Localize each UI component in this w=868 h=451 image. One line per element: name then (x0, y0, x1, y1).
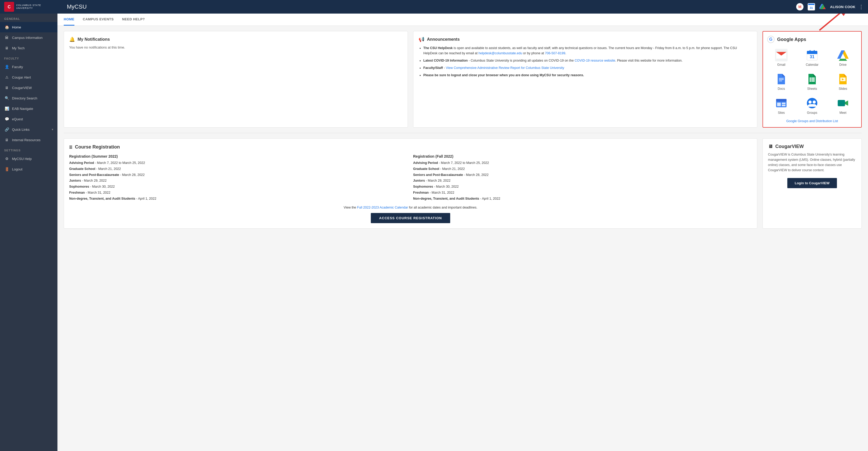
covid-resource-link[interactable]: COVID-19 resource website (575, 59, 615, 62)
summer-nondegree: Non-degree, Transient, and Audit Student… (69, 196, 408, 201)
academic-calendar-link[interactable]: Full 2022-2023 Academic Calendar (357, 206, 408, 209)
cougarview-title: 🖥 CougarVIEW (768, 144, 856, 149)
app-title: MyCSU (62, 3, 796, 10)
groups-icon (805, 96, 819, 110)
sidebar-item-my-tech[interactable]: 🖥 My Tech (0, 43, 57, 53)
gmail-header-button[interactable]: M (796, 3, 804, 11)
menu-dots-icon[interactable]: ⋮ (859, 4, 864, 10)
sidebar-item-cougar-alert[interactable]: ⚠ Cougar Alert (0, 72, 57, 83)
logout-icon: 🚪 (4, 166, 9, 172)
fall-registration-col: Registration (Fall 2022) Advising Period… (413, 154, 752, 202)
summer-seniors: Seniors and Post-Baccalaureate - March 2… (69, 172, 408, 178)
bell-icon: 🔔 (69, 36, 75, 42)
svg-rect-42 (782, 103, 785, 104)
groups-label: Groups (807, 111, 817, 115)
quick-links-icon: 🔗 (4, 127, 9, 132)
fall-nondegree: Non-degree, Transient, and Audit Student… (413, 196, 752, 201)
drive-header-button[interactable] (819, 3, 827, 11)
tab-need-help[interactable]: NEED HELP? (122, 13, 145, 26)
drive-app-button[interactable]: Drive (829, 47, 857, 68)
calendar-header-button[interactable]: 31 (807, 3, 815, 11)
sidebar-section-settings: SETTINGS (0, 145, 57, 154)
slides-label: Slides (839, 87, 847, 91)
sidebar-item-home[interactable]: 🏠 Home (0, 22, 57, 32)
gmail-label: Gmail (777, 63, 785, 67)
sidebar-item-equest[interactable]: 💬 eQuest (0, 114, 57, 124)
tab-home[interactable]: HOME (64, 13, 74, 26)
fall-juniors: Juniors - March 29, 2022 (413, 178, 752, 183)
docs-app-button[interactable]: Docs (767, 71, 796, 92)
sidebar-label-my-tech: My Tech (12, 46, 53, 50)
sidebar: GENERAL 🏠 Home 🏛 Campus Information 🖥 My… (0, 13, 57, 451)
notifications-text: You have no notifications at this time. (69, 45, 402, 49)
eab-navigate-icon: 📊 (4, 106, 9, 111)
sidebar-label-home: Home (12, 25, 53, 29)
tab-campus-events[interactable]: CAMPUS EVENTS (83, 13, 114, 26)
svg-rect-40 (776, 99, 786, 101)
announcement-item-3: Faculty/Staff - View Comprehensive Admin… (423, 65, 752, 70)
announcements-list: The CSU HelpDesk is open and available t… (418, 45, 752, 78)
quick-links-arrow-icon: ▾ (52, 128, 53, 131)
directory-search-icon: 🔍 (4, 96, 9, 101)
svg-rect-29 (779, 78, 784, 78)
svg-rect-31 (779, 80, 782, 81)
google-g-icon: G (767, 36, 775, 43)
sidebar-item-quick-links[interactable]: 🔗 Quick Links ▾ (0, 124, 57, 135)
gmail-app-button[interactable]: Gmail (767, 47, 796, 68)
registration-columns: Registration (Summer 2022) Advising Peri… (69, 154, 752, 202)
meet-label: Meet (840, 111, 846, 115)
helpdesk-phone-link[interactable]: 706-507-8199 (545, 52, 565, 55)
fall-reg-title: Registration (Fall 2022) (413, 154, 752, 158)
sidebar-item-eab-navigate[interactable]: 📊 EAB Navigate (0, 103, 57, 114)
svg-rect-22 (809, 50, 811, 52)
svg-point-46 (813, 100, 816, 104)
sheets-app-button[interactable]: Sheets (798, 71, 826, 92)
user-name[interactable]: ALISON COOK (830, 5, 856, 9)
notifications-card: 🔔 My Notifications You have no notificat… (64, 31, 408, 128)
tabs-bar: HOME CAMPUS EVENTS NEED HELP? (57, 13, 868, 26)
cougarview-description: CougarVIEW is Columbus State University'… (768, 152, 856, 173)
sidebar-label-cougar-alert: Cougar Alert (12, 75, 53, 79)
calendar-app-button[interactable]: 31 Calendar (798, 47, 826, 68)
calendar-label: Calendar (806, 63, 819, 67)
sidebar-item-campus-info[interactable]: 🏛 Campus Information (0, 32, 57, 43)
sidebar-label-cougarview: CougarVIEW (12, 86, 53, 90)
sidebar-item-faculty[interactable]: 👤 Faculty (0, 62, 57, 72)
svg-rect-30 (779, 79, 784, 80)
meet-app-button[interactable]: Meet (829, 95, 857, 116)
sidebar-item-internal-resources[interactable]: 🖥 Internal Resources (0, 135, 57, 145)
helpdesk-email-link[interactable]: helpdesk@columbusstate.edu (478, 52, 522, 55)
sidebar-label-logout: Logout (12, 167, 53, 171)
admin-review-link[interactable]: View Comprehensive Administrative Review… (446, 66, 564, 70)
sidebar-label-mycsu-help: MyCSU Help (12, 157, 53, 161)
sidebar-item-directory-search[interactable]: 🔍 Directory Search (0, 93, 57, 103)
login-to-cougarview-button[interactable]: Login to CougarVIEW (787, 178, 837, 188)
sites-app-button[interactable]: Sites (767, 95, 796, 116)
megaphone-icon: 📢 (418, 36, 424, 42)
course-reg-icon: ≡ (69, 144, 72, 150)
access-course-registration-button[interactable]: ACCESS COURSE REGISTRATION (371, 213, 450, 223)
content-area: HOME CAMPUS EVENTS NEED HELP? 🔔 My Notif… (57, 13, 868, 451)
drive-icon (836, 48, 850, 62)
google-groups-link-wrap: Google Groups and Distribution List (767, 119, 857, 123)
svg-text:31: 31 (810, 6, 813, 9)
home-icon: 🏠 (4, 25, 9, 30)
sidebar-item-logout[interactable]: 🚪 Logout (0, 164, 57, 174)
calendar-icon: 31 (805, 48, 819, 62)
sidebar-item-mycsu-help[interactable]: ⚙ MyCSU Help (0, 154, 57, 164)
summer-freshman: Freshman - March 31, 2022 (69, 190, 408, 195)
sidebar-section-faculty: FACULTY (0, 53, 57, 62)
svg-rect-47 (838, 100, 845, 106)
sidebar-label-directory-search: Directory Search (12, 96, 53, 100)
internal-resources-icon: 🖥 (4, 137, 9, 142)
summer-sophomores: Sophomores - March 30, 2022 (69, 184, 408, 189)
google-groups-distribution-link[interactable]: Google Groups and Distribution List (786, 119, 838, 123)
sites-label: Sites (778, 111, 785, 115)
svg-rect-23 (814, 50, 815, 52)
campus-info-icon: 🏛 (4, 35, 9, 40)
docs-icon (775, 72, 788, 86)
sidebar-item-cougarview[interactable]: 🖥 CougarVIEW (0, 83, 57, 93)
slides-app-button[interactable]: Slides (829, 71, 857, 92)
summer-grad-school: Graduate School - March 21, 2022 (69, 166, 408, 171)
groups-app-button[interactable]: Groups (798, 95, 826, 116)
